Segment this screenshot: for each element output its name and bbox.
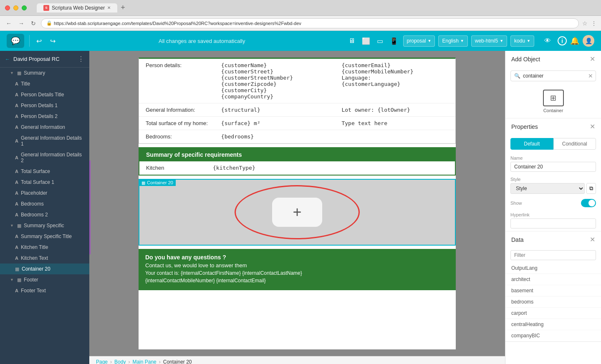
search-clear-btn[interactable]: ✕ [588, 73, 593, 79]
tab-favicon: S [43, 5, 49, 11]
container-20[interactable]: ▦ Container 20 + [139, 179, 456, 246]
format-dd-arrow: ▼ [500, 39, 503, 43]
toggle-knob [588, 200, 595, 206]
canvas-content: Person details: {customerName}{customerS… [139, 58, 456, 349]
bell-icon[interactable]: 🔔 [570, 36, 579, 45]
sidebar-item-container-20[interactable]: ▦ Container 20 [0, 264, 89, 274]
sidebar-item-person-details-title[interactable]: A Person Details Title [0, 89, 89, 100]
data-item-basement[interactable]: basement [505, 285, 601, 296]
data-item-bedrooms[interactable]: bedrooms [505, 296, 601, 308]
data-filter-input[interactable] [510, 250, 596, 260]
toolbar-dropdowns: 🖥 ⬜ ▭ 📱 proposal ▼ English ▼ web-html5 ▼… [347, 35, 534, 47]
maximize-btn[interactable] [22, 5, 27, 10]
container-grid-icon: ▦ [141, 181, 145, 185]
mac-titlebar: S Scriptura Web Designer ✕ + [0, 0, 601, 16]
redo-icon[interactable]: ↪ [48, 35, 57, 47]
sidebar-item-gi-details-2[interactable]: A General Information Details 2 [0, 149, 89, 166]
sidebar-item-bedrooms-2[interactable]: A Bedrooms 2 [0, 209, 89, 220]
text-icon-ts: A [15, 169, 18, 174]
show-toggle[interactable] [581, 199, 596, 207]
info-icon[interactable]: i [558, 36, 567, 45]
logo-btn[interactable]: 💬 [7, 34, 24, 48]
add-object-close-btn[interactable]: ✕ [590, 55, 595, 63]
toolbar-right-icons: i 🔔 👤 [558, 35, 594, 47]
add-content-btn[interactable]: + [272, 198, 322, 227]
data-item-architect[interactable]: architect [505, 274, 601, 285]
preview-icon[interactable]: 👁 [543, 35, 553, 46]
data-item-companybic[interactable]: companyBIC [505, 330, 601, 341]
breadcrumb-page[interactable]: Page [96, 359, 108, 364]
sidebar-item-total-surface[interactable]: A Total Surface [0, 166, 89, 177]
new-tab-btn[interactable]: + [121, 3, 125, 12]
search-box[interactable]: 🔍 ✕ [510, 70, 596, 81]
reload-btn[interactable]: ↻ [29, 18, 38, 28]
footer-subtext: Contact us, we would love to answer them [145, 262, 449, 269]
sidebar-item-ss-title[interactable]: A Summary Specific Title [0, 231, 89, 242]
data-item-outputlang[interactable]: OutputLang [505, 263, 601, 274]
language-dd-arrow: ▼ [460, 39, 464, 43]
mobile-icon[interactable]: 📱 [388, 35, 400, 47]
container-icon-box[interactable]: ⊞ [543, 90, 564, 106]
canvas-area[interactable]: Person details: {customerName}{customerS… [89, 51, 505, 364]
desktop-icon[interactable]: 🖥 [347, 35, 357, 47]
small-tablet-icon[interactable]: ▭ [375, 35, 385, 47]
close-btn[interactable] [5, 5, 10, 10]
tab-conditional[interactable]: Conditional [553, 138, 596, 150]
table-row-bedrooms: Bedrooms: {bedrooms} [139, 130, 455, 143]
sidebar-item-footer-text[interactable]: A Footer Text [0, 285, 89, 296]
sidebar-item-footer[interactable]: ▼ ▦ Footer [0, 274, 89, 285]
sidebar-item-person-details-2[interactable]: A Person Details 2 [0, 111, 89, 122]
undo-icon[interactable]: ↩ [35, 35, 43, 47]
sidebar-item-person-details-1[interactable]: A Person Details 1 [0, 100, 89, 111]
sidebar-item-label-ph: Placeholder [21, 190, 47, 196]
sidebar-item-general-info[interactable]: A General Information [0, 122, 89, 133]
properties-close-btn[interactable]: ✕ [590, 123, 595, 131]
data-close-btn[interactable]: ✕ [590, 236, 595, 244]
search-input[interactable] [523, 73, 586, 79]
sidebar-item-bedrooms[interactable]: A Bedrooms [0, 198, 89, 209]
container-20-label-text: Container 20 [147, 180, 173, 185]
sidebar-item-placeholder[interactable]: A Placeholder [0, 188, 89, 198]
kitchen-value: {kitchenType} [206, 161, 407, 175]
proposal-dropdown[interactable]: proposal ▼ [403, 35, 435, 47]
user-avatar[interactable]: 👤 [583, 35, 594, 47]
sidebar-item-label-gid1: General Information Details 1 [21, 135, 84, 147]
viewer-dropdown[interactable]: kodu ▼ [510, 35, 534, 47]
sidebar-back-btn[interactable]: ← [5, 56, 10, 62]
sidebar-item-total-surface-1[interactable]: A Total Surface 1 [0, 177, 89, 188]
text-icon-sst: A [15, 234, 18, 239]
back-btn[interactable]: ← [4, 18, 13, 28]
footer-question: Do you have any questions ? [145, 254, 449, 261]
format-dropdown[interactable]: web-html5 ▼ [471, 35, 507, 47]
prop-hyperlink-input[interactable] [510, 218, 596, 228]
tab-default[interactable]: Default [510, 138, 553, 150]
tab-close-btn[interactable]: ✕ [107, 5, 111, 10]
sidebar-item-summary[interactable]: ▼ ▦ Summary [0, 68, 89, 78]
add-object-title: Add Object [511, 56, 540, 63]
settings-icon[interactable]: ⋮ [591, 20, 597, 27]
active-tab[interactable]: S Scriptura Web Designer ✕ [37, 3, 117, 13]
forward-btn[interactable]: → [17, 18, 26, 28]
prop-name-input[interactable] [510, 162, 596, 172]
language-dropdown[interactable]: English ▼ [438, 35, 467, 47]
breadcrumb-sep-1: › [110, 359, 112, 364]
breadcrumb-main-pane[interactable]: Main Pane [132, 359, 156, 364]
tablet-icon[interactable]: ⬜ [360, 35, 372, 47]
url-bar[interactable]: 🔒 https://wbd-stab.scripturaengage.com/t… [41, 18, 579, 28]
sidebar-item-title[interactable]: A Title [0, 78, 89, 89]
sidebar-item-kitchen-title[interactable]: A Kitchen Title [0, 242, 89, 253]
data-item-carport[interactable]: carport [505, 308, 601, 319]
sidebar-item-summary-specific[interactable]: ▼ ▦ Summary Specific [0, 220, 89, 231]
style-copy-btn[interactable]: ⧉ [586, 183, 596, 194]
folder-icon-summary: ▦ [17, 70, 21, 76]
breadcrumb-container: Container 20 [163, 359, 192, 364]
bookmark-icon[interactable]: ☆ [582, 20, 588, 27]
sidebar-item-gi-details-1[interactable]: A General Information Details 1 [0, 133, 89, 149]
sidebar-item-kitchen-text[interactable]: A Kitchen Text [0, 253, 89, 264]
style-select[interactable]: Style [510, 183, 585, 194]
breadcrumb-body[interactable]: Body [114, 359, 126, 364]
sidebar-menu-icon[interactable]: ⋮ [78, 55, 84, 63]
minimize-btn[interactable] [13, 5, 18, 10]
sidebar-item-label-ts1: Total Surface 1 [21, 179, 54, 185]
data-item-centralheating[interactable]: centralHeating [505, 319, 601, 330]
